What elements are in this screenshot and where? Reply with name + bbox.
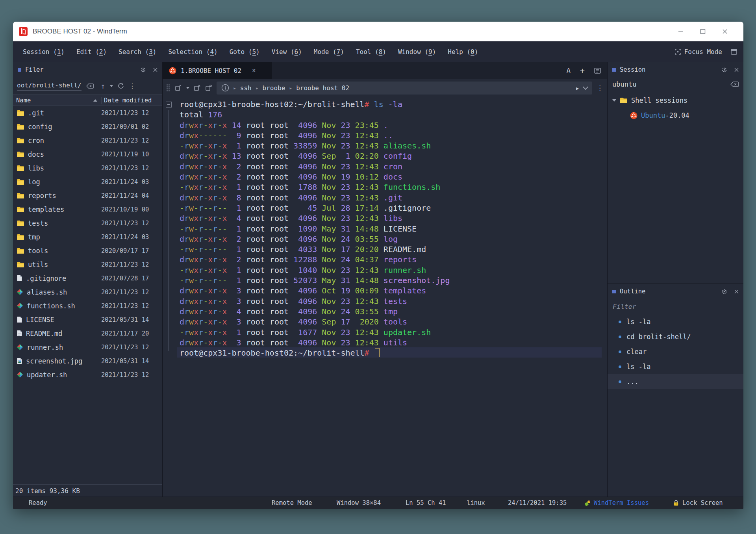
font-size-icon[interactable]: A <box>567 67 571 74</box>
menu-item-goto[interactable]: Goto (5) <box>224 41 266 62</box>
outline-item[interactable]: clear <box>608 344 743 359</box>
outline-item[interactable]: ls -la <box>608 359 743 374</box>
tab-list-icon[interactable] <box>594 68 601 74</box>
menu-item-tool[interactable]: Tool (8) <box>350 41 392 62</box>
terminal-line: drwxr-xr-x 2 root root 4096 Nov 19 10:12… <box>180 172 607 182</box>
breadcrumb-item[interactable]: broobe <box>263 84 285 92</box>
tree-item-ubuntu-session[interactable]: Ubuntu-20.04 <box>608 108 743 123</box>
menu-item-mode[interactable]: Mode (7) <box>308 41 350 62</box>
focus-mode-icon <box>675 49 681 55</box>
path-dropdown-icon[interactable] <box>110 85 113 87</box>
filer-close-icon[interactable] <box>153 68 158 72</box>
new-tab-icon[interactable]: + <box>580 66 585 75</box>
file-row[interactable]: LICENSE2021/05/31 14 <box>13 313 162 326</box>
filer-path-input[interactable]: oot/brolit-shell/ <box>17 82 82 91</box>
close-button[interactable] <box>719 26 731 37</box>
file-row[interactable]: libs2021/11/23 12 <box>13 161 162 175</box>
parent-dir-icon[interactable]: ↑ <box>101 82 105 90</box>
outline-close-icon[interactable] <box>734 289 739 294</box>
status-remote-mode[interactable]: Remote Mode <box>272 497 312 509</box>
status-window-size[interactable]: Window 38×84 <box>337 497 381 509</box>
refresh-icon[interactable] <box>118 83 124 89</box>
file-name: tests <box>13 219 101 227</box>
file-row[interactable]: .gitignore2021/07/28 17 <box>13 271 162 285</box>
terminal-line: drwx------ 9 root root 4096 Nov 23 12:43… <box>180 130 607 141</box>
menu-item-selection[interactable]: Selection (4) <box>162 41 223 62</box>
outline-item[interactable]: cd brolit-shell/ <box>608 329 743 344</box>
clear-search-icon[interactable] <box>730 82 739 87</box>
file-row[interactable]: utils2021/11/23 12 <box>13 258 162 271</box>
file-date-modified: 2021/11/23 12 <box>101 109 162 117</box>
menu-item-window[interactable]: Window (9) <box>392 41 442 62</box>
file-row[interactable]: functions.sh2021/11/23 12 <box>13 299 162 313</box>
close-session-icon[interactable] <box>194 84 201 91</box>
filer-settings-gear-icon[interactable] <box>140 67 146 73</box>
minimize-button[interactable] <box>675 26 687 37</box>
terminal-line: drwxr-xr-x 2 root root 4096 Nov 24 03:55… <box>180 234 607 244</box>
status-lock-screen[interactable]: Lock Screen <box>673 497 723 509</box>
session-close-icon[interactable] <box>734 68 739 72</box>
file-name: tools <box>13 247 101 255</box>
menu-item-search[interactable]: Search (3) <box>113 41 162 62</box>
layout-icon[interactable] <box>731 49 737 55</box>
outline-item[interactable]: ... <box>608 374 743 389</box>
tree-item-label: Shell sessions <box>631 96 687 104</box>
file-row[interactable]: docs2021/11/19 10 <box>13 147 162 161</box>
session-panel-title: Session <box>620 66 645 73</box>
file-row[interactable]: screenshot.jpg2021/05/31 14 <box>13 354 162 368</box>
file-row[interactable]: cron2021/11/23 12 <box>13 134 162 147</box>
run-icon[interactable]: ▸ <box>575 84 580 92</box>
breadcrumb-item[interactable]: ssh <box>240 84 252 92</box>
file-row[interactable]: updater.sh2021/11/23 12 <box>13 368 162 382</box>
column-date-modified[interactable]: Date modified <box>101 97 162 104</box>
tree-item-shell-sessions[interactable]: Shell sessions <box>608 93 743 108</box>
tab-broobe-host-02[interactable]: 1.BROOBE HOST 02 × <box>163 62 272 79</box>
maximize-button[interactable] <box>697 26 709 37</box>
file-row[interactable]: templates2021/10/19 00 <box>13 202 162 216</box>
file-row[interactable]: log2021/11/24 03 <box>13 175 162 189</box>
tab-close-icon[interactable]: × <box>252 67 256 74</box>
outline-item[interactable]: ls -la <box>608 314 743 329</box>
terminal-line: drwxr-xr-x 4 root root 4096 Nov 23 12:43… <box>180 213 607 223</box>
focus-mode-button[interactable]: Focus Mode <box>675 48 722 56</box>
file-row[interactable]: tools2020/09/17 17 <box>13 244 162 258</box>
session-settings-gear-icon[interactable] <box>721 67 727 73</box>
new-session-icon[interactable] <box>175 84 182 91</box>
breadcrumb-expand-icon[interactable] <box>583 84 588 90</box>
column-name[interactable]: Name <box>13 97 101 104</box>
file-name: docs <box>13 150 101 158</box>
filer-more-icon[interactable]: ⋮ <box>129 82 135 90</box>
info-icon[interactable] <box>221 84 229 92</box>
terminal-screen[interactable]: root@cpx31-broobe-host02:~/brolit-shell#… <box>163 97 607 497</box>
terminal-more-icon[interactable]: ⋮ <box>597 84 603 92</box>
file-row[interactable]: tests2021/11/23 12 <box>13 216 162 230</box>
file-row[interactable]: reports2021/11/24 04 <box>13 189 162 202</box>
status-datetime: 24/11/2021 19:35 <box>508 497 567 509</box>
drag-handle-icon[interactable] <box>167 84 170 91</box>
status-windterm-issues[interactable]: WindTerm Issues <box>585 497 649 509</box>
status-cursor-position[interactable]: Ln 55 Ch 41 <box>406 497 446 509</box>
file-name: reports <box>13 192 101 200</box>
clear-path-icon[interactable] <box>86 83 94 89</box>
file-row[interactable]: README.md2021/11/17 20 <box>13 326 162 340</box>
file-date-modified: 2021/10/19 00 <box>101 206 162 213</box>
fold-marker-icon[interactable] <box>166 102 172 108</box>
tree-expand-icon[interactable] <box>612 99 616 102</box>
outline-filter-input[interactable]: Filter <box>608 299 743 314</box>
menu-item-help[interactable]: Help (0) <box>442 41 484 62</box>
textfile-icon <box>17 275 22 282</box>
reopen-session-icon[interactable] <box>205 84 212 91</box>
file-row[interactable]: config2021/09/01 02 <box>13 120 162 134</box>
status-os[interactable]: linux <box>467 497 485 509</box>
menu-item-view[interactable]: View (6) <box>266 41 308 62</box>
outline-settings-gear-icon[interactable] <box>721 289 727 295</box>
new-session-dropdown-icon[interactable] <box>186 87 189 89</box>
breadcrumb-item[interactable]: broobe host 02 <box>296 84 349 92</box>
session-search-input[interactable]: ubuntu <box>612 80 739 90</box>
file-row[interactable]: aliases.sh2021/11/23 12 <box>13 285 162 299</box>
file-row[interactable]: .git2021/11/23 12 <box>13 106 162 120</box>
file-row[interactable]: runner.sh2021/11/23 12 <box>13 340 162 354</box>
file-row[interactable]: tmp2021/11/24 03 <box>13 230 162 244</box>
menu-item-session[interactable]: Session (1) <box>17 41 70 62</box>
menu-item-edit[interactable]: Edit (2) <box>70 41 113 62</box>
